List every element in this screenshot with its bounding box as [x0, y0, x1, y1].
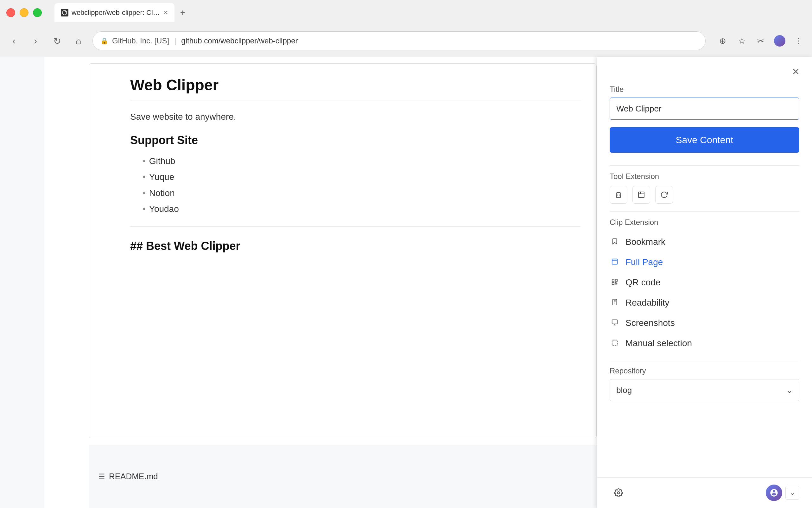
- clip-item-label-bookmark: Bookmark: [626, 237, 666, 247]
- reload-button[interactable]: ↻: [49, 33, 65, 48]
- url-bar[interactable]: 🔒 GitHub, Inc. [US] | github.com/webclip…: [92, 31, 706, 50]
- repository-label: Repository: [610, 367, 799, 375]
- qr-code-icon: [610, 278, 620, 288]
- screenshots-icon: [610, 318, 620, 328]
- section-divider-3: [610, 360, 799, 360]
- clip-item-label-screenshots: Screenshots: [626, 318, 675, 328]
- svg-rect-5: [615, 279, 617, 281]
- github-panel: 123456789101112 Web Clipper Save website…: [44, 57, 597, 508]
- clipper-footer: ⌄: [597, 477, 812, 508]
- tab-title: webclipper/web-clipper: Clip a: [72, 8, 160, 17]
- markdown-area: Web Clipper Save website to anywhere. Su…: [89, 64, 597, 438]
- main-area: 123456789101112 Web Clipper Save website…: [0, 57, 812, 508]
- markdown-divider: [130, 226, 581, 227]
- svg-rect-2: [612, 259, 617, 264]
- browser-chrome: webclipper/web-clipper: Clip a ✕ + ‹ › ↻…: [0, 0, 812, 57]
- forward-button[interactable]: ›: [28, 33, 43, 48]
- clip-item-label-full-page: Full Page: [626, 257, 663, 267]
- clip-extension-list: Bookmark Full Page QR code Readability S…: [610, 232, 799, 353]
- minimize-window-button[interactable]: [19, 8, 29, 17]
- clip-item-label-qr-code: QR code: [626, 278, 660, 288]
- svg-rect-12: [612, 340, 617, 345]
- title-bar: webclipper/web-clipper: Clip a ✕ +: [0, 0, 812, 25]
- menu-button[interactable]: ⋮: [792, 34, 806, 48]
- address-bar: ‹ › ↻ ⌂ 🔒 GitHub, Inc. [US] | github.com…: [0, 25, 812, 57]
- markdown-h2-support: Support Site: [130, 134, 581, 147]
- bullet-dot: *: [143, 188, 145, 200]
- tab-bar: webclipper/web-clipper: Clip a ✕ +: [48, 3, 806, 22]
- markdown-p1: Save website to anywhere.: [130, 110, 581, 124]
- close-window-button[interactable]: [6, 8, 15, 17]
- svg-rect-4: [612, 279, 614, 281]
- markdown-support-list: *Github*Yuque*Notion*Youdao: [143, 153, 581, 217]
- svg-point-13: [617, 492, 620, 494]
- clip-item-bookmark[interactable]: Bookmark: [610, 232, 799, 252]
- full-page-icon: [610, 257, 620, 267]
- tab-favicon: [61, 9, 69, 16]
- readme-filename: README.md: [109, 472, 158, 481]
- list-item: *Yuque: [143, 169, 581, 185]
- clipper-panel: ✕ Title Save Content Tool Extension: [597, 57, 812, 508]
- save-content-button[interactable]: Save Content: [610, 127, 799, 153]
- footer-right: ⌄: [766, 484, 799, 501]
- refresh-tool-button[interactable]: [655, 186, 673, 204]
- footer-dropdown-button[interactable]: ⌄: [785, 486, 799, 500]
- bullet-dot: *: [143, 172, 145, 183]
- translate-button[interactable]: ⊕: [716, 34, 730, 48]
- url-org: GitHub, Inc. [US]: [112, 36, 169, 45]
- active-tab[interactable]: webclipper/web-clipper: Clip a ✕: [54, 3, 174, 22]
- clip-item-label-manual-selection: Manual selection: [626, 338, 692, 348]
- repository-select-wrapper: blog notes bookmarks: [610, 379, 799, 401]
- back-button[interactable]: ‹: [6, 33, 22, 48]
- tool-icons-row: [610, 186, 799, 204]
- list-item: *Github: [143, 153, 581, 169]
- svg-rect-1: [638, 192, 644, 198]
- screenshot-tool-button[interactable]: [633, 186, 650, 204]
- bullet-dot: *: [143, 204, 145, 215]
- clip-item-label-readability: Readability: [626, 298, 670, 308]
- extensions-button[interactable]: ✂: [754, 34, 768, 48]
- clip-item-full-page[interactable]: Full Page: [610, 252, 799, 272]
- bookmark-star-button[interactable]: ☆: [735, 34, 749, 48]
- home-button[interactable]: ⌂: [71, 33, 86, 48]
- clip-item-qr-code[interactable]: QR code: [610, 272, 799, 293]
- clip-item-screenshots[interactable]: Screenshots: [610, 313, 799, 333]
- section-divider-2: [610, 211, 799, 212]
- svg-rect-6: [612, 282, 614, 284]
- repository-select[interactable]: blog notes bookmarks: [610, 379, 799, 401]
- new-tab-button[interactable]: +: [176, 6, 190, 19]
- markdown-content: Web Clipper Save website to anywhere. Su…: [130, 76, 581, 253]
- clip-item-manual-selection[interactable]: Manual selection: [610, 333, 799, 353]
- clip-item-readability[interactable]: Readability: [610, 293, 799, 313]
- readme-bar: ☰ README.md: [89, 444, 597, 508]
- list-item: *Youdao: [143, 201, 581, 217]
- clipper-header: ✕: [597, 57, 812, 79]
- url-path: github.com/webclipper/web-clipper: [181, 36, 298, 45]
- traffic-lights: [6, 8, 42, 17]
- settings-button[interactable]: [610, 484, 627, 502]
- readme-icon: ☰: [98, 472, 105, 481]
- browser-actions: ⊕ ☆ ✂ ⋮: [716, 34, 806, 48]
- bookmark-icon: [610, 237, 620, 247]
- markdown-h1: Web Clipper: [130, 76, 581, 100]
- maximize-window-button[interactable]: [33, 8, 42, 17]
- title-input[interactable]: [610, 97, 799, 120]
- left-gutter: [0, 57, 44, 508]
- bullet-dot: *: [143, 156, 145, 168]
- delete-tool-button[interactable]: [610, 186, 627, 204]
- clip-extension-label: Clip Extension: [610, 218, 799, 227]
- tab-close-button[interactable]: ✕: [163, 9, 168, 16]
- readability-icon: [610, 298, 620, 308]
- user-avatar: [766, 484, 782, 501]
- clipper-close-button[interactable]: ✕: [788, 65, 803, 79]
- list-item: *Notion: [143, 185, 581, 201]
- clipper-body: Title Save Content Tool Extension: [597, 79, 812, 477]
- lock-icon: 🔒: [100, 37, 108, 45]
- markdown-h2-best: ## Best Web Clipper: [130, 240, 581, 253]
- section-divider-1: [610, 165, 799, 166]
- svg-rect-11: [612, 320, 617, 324]
- title-field-label: Title: [610, 85, 799, 94]
- profile-button[interactable]: [773, 34, 787, 48]
- tool-extension-label: Tool Extension: [610, 172, 799, 181]
- url-separator: |: [174, 36, 176, 45]
